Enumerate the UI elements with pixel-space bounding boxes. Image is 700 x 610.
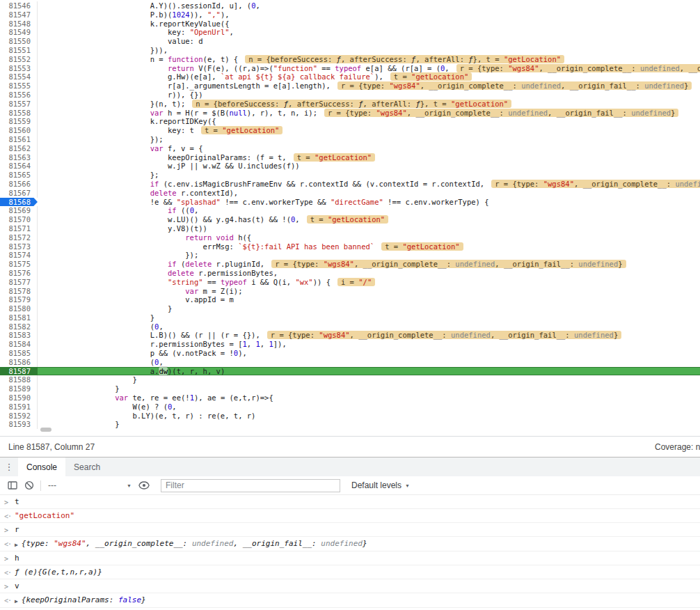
tab-console[interactable]: Console: [18, 458, 65, 476]
code-text[interactable]: v.appId = m: [38, 295, 234, 304]
line-number[interactable]: 81579: [0, 295, 38, 304]
code-text[interactable]: key: "OpenUrl",: [38, 28, 234, 37]
line-number[interactable]: 81565: [0, 171, 38, 180]
code-text[interactable]: "string" == typeof i && Q(i, "wx")) {i =…: [38, 278, 375, 287]
line-number[interactable]: 81569: [0, 206, 38, 215]
log-levels-dropdown[interactable]: Default levels ▼: [351, 480, 410, 490]
tab-search[interactable]: Search: [65, 458, 109, 476]
drawer-menu-icon[interactable]: ⋮: [0, 458, 18, 476]
line-number[interactable]: 81567: [0, 189, 38, 198]
line-number[interactable]: 81554: [0, 72, 38, 81]
line-number[interactable]: 81558: [0, 109, 38, 118]
code-text[interactable]: return void h({: [38, 233, 251, 242]
code-text[interactable]: return V(F(e), ((r,a)=>("function" == ty…: [38, 64, 700, 73]
code-text[interactable]: w.jP || w.wZ && U.includes(f)): [38, 162, 300, 171]
line-number[interactable]: 81553: [0, 64, 38, 73]
code-text[interactable]: });: [38, 251, 198, 260]
code-text[interactable]: keepOriginalParams: (f = t,t = "getLocat…: [38, 153, 375, 162]
execution-context-selector[interactable]: --- ▼: [44, 480, 136, 490]
code-text[interactable]: A.Y)().sessionId, u], (0,: [38, 1, 260, 10]
code-text[interactable]: });: [38, 135, 164, 144]
line-number[interactable]: 81560: [0, 126, 38, 135]
code-text[interactable]: if (delete r.pluginId,r = {type: "wgs84"…: [38, 260, 626, 269]
line-number[interactable]: 81572: [0, 233, 38, 242]
line-number[interactable]: 81562: [0, 144, 38, 153]
line-number[interactable]: 81551: [0, 46, 38, 55]
code-text[interactable]: }: [38, 313, 154, 322]
code-text[interactable]: }(n, t);n = {beforeSuccess: ƒ, afterSucc…: [38, 100, 511, 109]
code-text[interactable]: key: tt = "getLocation": [38, 126, 283, 135]
line-number[interactable]: 81575: [0, 260, 38, 269]
code-text[interactable]: b.LY)(e, t, r) : re(e, t, r): [38, 412, 255, 421]
code-text[interactable]: P.b)(1024)), ","),: [38, 10, 230, 19]
code-text[interactable]: r)), {}): [38, 91, 203, 100]
line-number[interactable]: 81556: [0, 91, 38, 100]
line-number[interactable]: 81557: [0, 100, 38, 109]
line-number[interactable]: 81559: [0, 117, 38, 126]
scrollbar-thumb[interactable]: [40, 428, 51, 432]
line-number[interactable]: 81587: [0, 367, 38, 376]
code-text[interactable]: r.permissionBytes = [1, 1, 1]),: [38, 340, 287, 349]
line-number[interactable]: 81546: [0, 1, 38, 10]
line-number[interactable]: 81552: [0, 55, 38, 64]
console-sidebar-icon[interactable]: [4, 477, 21, 494]
code-text[interactable]: errMsg: `${t}:fail API has been banned`t…: [38, 242, 463, 251]
code-text[interactable]: !e && "splashad" !== c.env.workerType &&…: [38, 198, 489, 207]
line-number[interactable]: 81548: [0, 19, 38, 29]
line-number[interactable]: 81576: [0, 269, 38, 278]
line-number[interactable]: 81555: [0, 81, 38, 91]
code-text[interactable]: w.LU)() && y.g4.has(t) && !(0,t = "getLo…: [38, 215, 388, 224]
expand-triangle-icon[interactable]: ▶: [15, 540, 18, 549]
line-number[interactable]: 81564: [0, 162, 38, 171]
code-text[interactable]: })),: [38, 46, 168, 55]
code-text[interactable]: var m = Z(i);: [38, 287, 242, 296]
line-number[interactable]: 81549: [0, 28, 38, 37]
code-text[interactable]: }: [38, 304, 172, 313]
line-number[interactable]: 81589: [0, 384, 38, 393]
code-text[interactable]: k.reportKeyValue({: [38, 19, 230, 29]
line-number[interactable]: 81570: [0, 215, 38, 224]
line-number[interactable]: 81563: [0, 153, 38, 162]
line-number[interactable]: 81588: [0, 375, 38, 384]
code-text[interactable]: y.V8)(t)): [38, 224, 207, 233]
line-number[interactable]: 81580: [0, 304, 38, 313]
line-number[interactable]: 81566: [0, 180, 38, 189]
code-text[interactable]: value: d: [38, 37, 203, 46]
code-text[interactable]: W(e) ? (0,: [38, 402, 177, 412]
line-number[interactable]: 81581: [0, 313, 38, 322]
code-text[interactable]: n = function(e, t) {n = {beforeSuccess: …: [38, 55, 564, 64]
code-text[interactable]: delete r.contextId),: [38, 189, 238, 198]
code-text[interactable]: delete r.permissionBytes,: [38, 269, 278, 278]
code-text[interactable]: k.reportIDKey({: [38, 117, 216, 126]
clear-console-icon[interactable]: [21, 477, 38, 494]
line-number[interactable]: 81561: [0, 135, 38, 144]
code-text[interactable]: }: [38, 384, 119, 393]
line-number[interactable]: 81578: [0, 287, 38, 296]
code-text[interactable]: r[a]._argumentsLength = e[a].length),r =…: [38, 81, 692, 91]
breakpoint-marker[interactable]: 81568: [0, 198, 38, 207]
line-number[interactable]: 81585: [0, 349, 38, 358]
line-number[interactable]: 81592: [0, 412, 38, 421]
line-number[interactable]: 81591: [0, 402, 38, 412]
line-number[interactable]: 81550: [0, 37, 38, 46]
expand-triangle-icon[interactable]: ▶: [15, 597, 18, 606]
line-number[interactable]: 81582: [0, 322, 38, 331]
code-text[interactable]: g.Hw)(e[a], `at api ${t} ${a} callback f…: [38, 72, 472, 81]
code-text[interactable]: };: [38, 171, 159, 180]
live-expression-eye-icon[interactable]: [136, 477, 152, 494]
line-number[interactable]: 81583: [0, 331, 38, 340]
code-text[interactable]: (0,: [38, 322, 164, 331]
line-number[interactable]: 81577: [0, 278, 38, 287]
code-text[interactable]: if (c.env.isMagicBrushFrameEnv && r.cont…: [38, 180, 700, 189]
line-number[interactable]: 81584: [0, 340, 38, 349]
code-text[interactable]: L.B)() && (r || (r = {}),r = {type: "wgs…: [38, 331, 621, 340]
line-number[interactable]: 81574: [0, 251, 38, 260]
code-text[interactable]: var h = H(r = $(B(null), r), t, n, i);r …: [38, 109, 678, 118]
code-text[interactable]: (0,: [38, 358, 164, 367]
line-number[interactable]: 81573: [0, 242, 38, 251]
filter-input[interactable]: [161, 479, 340, 492]
code-text[interactable]: p && (v.notPack = !0),: [38, 349, 247, 358]
line-number[interactable]: 81586: [0, 358, 38, 367]
line-number[interactable]: 81590: [0, 393, 38, 402]
line-number[interactable]: 81571: [0, 224, 38, 233]
